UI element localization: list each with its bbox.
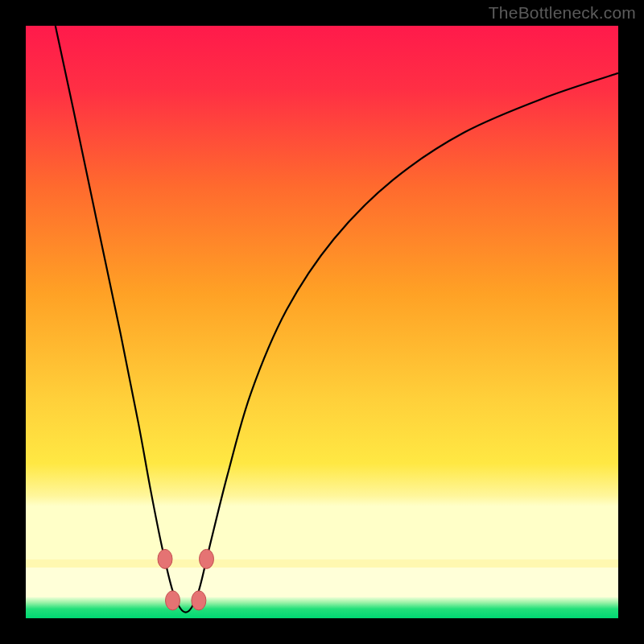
curve-marker [200, 549, 214, 568]
pale-band-top [26, 559, 618, 568]
plot-area [26, 26, 618, 618]
chart-svg [26, 26, 618, 618]
curve-marker [192, 591, 206, 610]
curve-marker [166, 591, 180, 610]
green-band [26, 597, 618, 618]
curve-marker [158, 549, 172, 568]
chart-frame: TheBottleneck.com [0, 0, 644, 644]
attribution-text: TheBottleneck.com [489, 3, 636, 23]
gradient-background [26, 26, 618, 559]
